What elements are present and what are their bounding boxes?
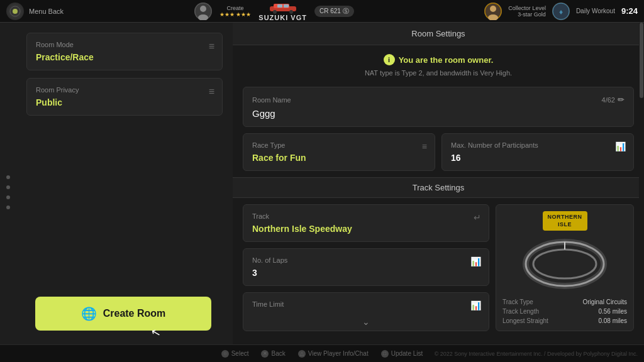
room-name-counter: 4/62 ✏ [602, 95, 625, 104]
race-type-card[interactable]: Race Type Race for Fun ≡ [243, 133, 435, 171]
nav-dot [6, 206, 10, 209]
back-label: Back [271, 350, 285, 357]
svg-rect-10 [284, 4, 289, 8]
race-type-value: Race for Fun [252, 153, 426, 163]
left-panel: Room Mode Practice/Race ≡ Room Privacy P… [0, 23, 233, 362]
clock-time: 9:24 [621, 6, 638, 16]
svg-point-18 [533, 250, 596, 278]
daily-avatar: ♦ [552, 3, 570, 20]
avatar-stars: ★★★ ★★★ [219, 11, 252, 18]
track-length-val: 0.56 miles [598, 308, 627, 315]
svg-point-3 [200, 6, 206, 12]
circle-icon: ○ [221, 350, 229, 358]
longest-straight-row: Longest Straight 0.08 miles [502, 317, 627, 324]
nat-text: NAT type is Type 2, and bandwidth is Ver… [245, 69, 631, 77]
owner-text: You are the room owner. [399, 55, 494, 65]
select-label: Select [231, 350, 249, 357]
svg-text:♦: ♦ [559, 8, 563, 16]
track-row: Track Northern Isle Speedway ↵ No. of La… [243, 204, 634, 331]
track-length-key: Track Length [502, 308, 539, 315]
room-name-label: Room Name [252, 96, 291, 104]
chevron-down-icon: ⌄ [243, 317, 489, 327]
menu-icon-2: ≡ [209, 86, 214, 97]
top-bar-left: Menu Back [6, 3, 64, 20]
room-mode-card[interactable]: Room Mode Practice/Race ≡ [26, 33, 223, 70]
globe-icon: 🌐 [81, 306, 97, 321]
cross-icon: ✕ [261, 350, 269, 358]
track-oval-svg [521, 236, 609, 292]
owner-info-row: i You are the room owner. [245, 54, 631, 65]
race-type-row: Race Type Race for Fun ≡ Max. Number of … [243, 133, 634, 171]
bar-icon-2: 📊 [470, 300, 481, 310]
top-bar-center: Create ★★★ ★★★ SUZUKI VGT CR 621 Ⓢ [194, 1, 354, 21]
create-room-label: Create Room [103, 308, 166, 319]
svg-rect-9 [277, 4, 282, 8]
nav-dot [6, 195, 10, 199]
track-value: Northern Isle Speedway [252, 224, 480, 234]
max-participants-label: Max. Number of Participants [451, 141, 625, 149]
avatar-label: Create [227, 5, 244, 11]
triangle-icon: △ [298, 350, 306, 358]
laps-card[interactable]: No. of Laps 3 📊 [243, 248, 489, 286]
edit-icon[interactable]: ✏ [618, 95, 625, 104]
car-name: SUZUKI VGT [258, 14, 307, 21]
track-badge-text: NORTHERN ISLE [548, 214, 582, 228]
cr-badge: CR 621 Ⓢ [314, 6, 354, 17]
top-bar: Menu Back Create ★★★ ★★★ SUZUKI VGT [0, 0, 644, 23]
track-info: Track Type Original Circuits Track Lengt… [502, 296, 627, 324]
room-mode-value: Practice/Race [36, 52, 213, 62]
return-icon: ↵ [474, 212, 481, 222]
bar-chart-icon: 📊 [615, 141, 626, 151]
max-participants-value: 16 [451, 153, 625, 163]
longest-straight-key: Longest Straight [502, 317, 548, 324]
app-logo[interactable] [6, 3, 24, 20]
max-participants-card[interactable]: Max. Number of Participants 16 📊 [441, 133, 634, 171]
daily-workout-label: Daily Workout [576, 8, 615, 14]
collector-level-label: Collector Level [508, 5, 546, 11]
avatar [194, 3, 212, 20]
bottom-player-info: △ View Player Info/Chat [298, 350, 369, 358]
laps-label: No. of Laps [252, 256, 480, 264]
svg-point-1 [13, 9, 18, 14]
bar-icon: 📊 [470, 256, 481, 266]
copyright: © 2022 Sony Interactive Entertainment In… [435, 351, 638, 357]
room-name-header: Room Name 4/62 ✏ [252, 95, 625, 104]
bottom-select: ○ Select [221, 350, 249, 358]
content-area: Room Name 4/62 ✏ Gggg Race Type Race for… [233, 80, 644, 337]
menu-back-label: Menu Back [29, 8, 64, 15]
track-card[interactable]: Track Northern Isle Speedway ↵ [243, 204, 489, 242]
collector-info: Collector Level 3-star Gold [508, 5, 546, 18]
track-left: Track Northern Isle Speedway ↵ No. of La… [243, 204, 489, 331]
track-badge: NORTHERN ISLE [543, 211, 587, 231]
car-area: SUZUKI VGT [258, 1, 307, 21]
time-limit-label: Time Limit [252, 300, 480, 308]
nav-dot [6, 185, 10, 189]
update-label: Update List [391, 350, 423, 357]
room-mode-label: Room Mode [36, 41, 213, 48]
nav-dot [6, 175, 10, 179]
track-label: Track [252, 212, 480, 220]
create-room-button[interactable]: 🌐 Create Room [35, 297, 211, 331]
track-length-row: Track Length 0.56 miles [502, 308, 627, 315]
list-icon: ≡ [422, 141, 427, 151]
room-privacy-label: Room Privacy [36, 86, 213, 94]
time-limit-card[interactable]: Time Limit 📊 ⌄ [243, 292, 489, 331]
track-settings-header: Track Settings [233, 177, 644, 198]
laps-value: 3 [252, 268, 480, 278]
bottom-update: □ Update List [381, 350, 423, 358]
scroll-thumb [640, 23, 643, 98]
right-panel[interactable]: Room Settings i You are the room owner. … [233, 23, 644, 362]
main-layout: Room Mode Practice/Race ≡ Room Privacy P… [0, 23, 644, 362]
room-name-counter-text: 4/62 [602, 96, 615, 104]
track-type-val: Original Circuits [582, 299, 627, 305]
room-name-card[interactable]: Room Name 4/62 ✏ Gggg [243, 87, 634, 127]
race-type-label: Race Type [252, 141, 426, 149]
collector-sub: 3-star Gold [508, 11, 546, 18]
collector-avatar [484, 3, 502, 20]
track-type-key: Track Type [502, 299, 533, 305]
scroll-indicator[interactable] [639, 23, 644, 362]
square-icon: □ [381, 350, 389, 358]
room-settings-header: Room Settings [233, 23, 644, 45]
left-nav [6, 175, 10, 209]
room-privacy-card[interactable]: Room Privacy Public ≡ [26, 78, 223, 116]
